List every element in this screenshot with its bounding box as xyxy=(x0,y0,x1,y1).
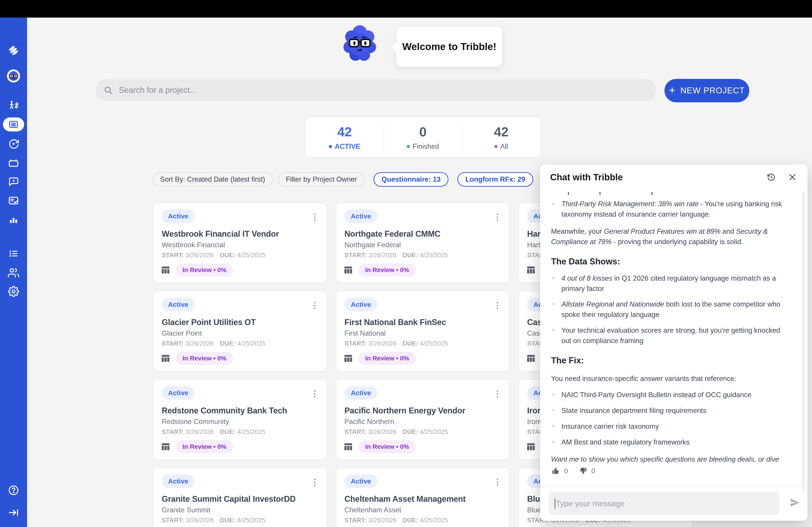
stat-dot-icon xyxy=(329,145,332,148)
chat-input-row xyxy=(540,485,808,521)
search-input[interactable] xyxy=(119,86,615,95)
chat-bullet-item: Allstate Regional and Nationwide both lo… xyxy=(551,299,790,320)
kebab-menu-icon[interactable] xyxy=(492,211,502,223)
chat-messages: Third-Party Risk Management: 38% win rat… xyxy=(551,191,790,463)
project-client: Cheltenham Asset xyxy=(345,506,501,514)
table-icon xyxy=(345,355,352,362)
table-icon xyxy=(527,443,535,450)
project-client: Pacific Northern xyxy=(345,418,501,426)
stat-finished[interactable]: 0Finished xyxy=(384,117,462,157)
project-card[interactable]: Active Granite Summit Capital InvestorDD… xyxy=(154,468,327,527)
kebab-menu-icon[interactable] xyxy=(310,476,320,488)
queue-list-icon[interactable] xyxy=(8,247,20,259)
chat-ai-icon[interactable] xyxy=(8,175,20,187)
status-badge: Active xyxy=(345,209,377,223)
sidebar: TK xyxy=(0,18,27,527)
settings-gear-icon[interactable] xyxy=(8,285,20,298)
chat-bullet-item: 4 out of 8 losses in Q1 2026 cited regul… xyxy=(551,273,790,294)
project-dates: START:3/26/2026DUE:4/25/2025 xyxy=(345,428,448,436)
progress-pill: In Review • 0% xyxy=(359,440,416,453)
stat-active[interactable]: 42ACTIVE xyxy=(305,117,384,157)
chat-bullet-item: Third-Party Risk Management: 38% win rat… xyxy=(551,199,790,220)
kebab-menu-icon[interactable] xyxy=(492,476,502,488)
message-feedback: 0 0 xyxy=(551,466,602,476)
stat-label: ACTIVE xyxy=(329,142,360,151)
thumbs-down-icon[interactable] xyxy=(578,466,588,476)
chat-section-heading: The Data Shows: xyxy=(551,255,790,268)
tray-calendar-icon[interactable] xyxy=(8,157,20,169)
table-icon xyxy=(527,355,535,362)
collapse-icon[interactable] xyxy=(8,507,20,519)
review-list-icon[interactable] xyxy=(8,195,20,207)
text-cursor xyxy=(555,498,555,509)
analytics-icon[interactable] xyxy=(8,214,20,226)
search-icon xyxy=(103,86,113,95)
status-badge: Active xyxy=(345,386,377,400)
status-badge: Active xyxy=(162,298,195,311)
chat-bullet-item: Insurance carrier risk taxonomy xyxy=(551,421,790,432)
chat-bullet-item: Your technical evaluation scores are str… xyxy=(551,325,790,346)
kebab-menu-icon[interactable] xyxy=(310,211,320,223)
send-icon[interactable] xyxy=(788,496,801,509)
tribble-mascot xyxy=(338,21,381,66)
status-badge: Active xyxy=(162,209,195,223)
project-card[interactable]: Active Cheltenham Asset Management Chelt… xyxy=(336,468,509,527)
project-card[interactable]: Active Glacier Point Utilities OT Glacie… xyxy=(154,291,327,371)
clipped-text-fragment xyxy=(551,191,790,196)
chat-paragraph: Meanwhile, your General Product Features… xyxy=(551,226,790,247)
project-card[interactable]: Active First National Bank FinSec First … xyxy=(336,291,509,371)
sidebar-item-projects-selected[interactable] xyxy=(3,118,24,132)
project-card[interactable]: Active Redstone Community Bank Tech Reds… xyxy=(154,380,327,460)
table-icon xyxy=(345,443,352,450)
project-card[interactable]: Active Pacific Northern Energy Vendor Pa… xyxy=(336,380,509,460)
kebab-menu-icon[interactable] xyxy=(492,299,502,312)
table-icon xyxy=(162,355,169,362)
handoff-icon[interactable] xyxy=(8,99,20,111)
new-project-button[interactable]: + NEW PROJECT xyxy=(665,79,749,102)
chat-title: Chat with Tribble xyxy=(550,172,755,182)
tribble-logo-icon[interactable] xyxy=(8,44,20,57)
project-client: Redstone Community xyxy=(162,418,318,426)
status-badge: Active xyxy=(345,475,377,488)
status-badge: Active xyxy=(345,298,377,311)
thumbs-up-icon[interactable] xyxy=(551,466,561,476)
progress-pill: In Review • 0% xyxy=(359,352,416,365)
kebab-menu-icon[interactable] xyxy=(310,388,320,400)
chat-history-icon[interactable] xyxy=(766,172,777,182)
kebab-menu-icon[interactable] xyxy=(492,388,502,400)
project-client: Glacier Point xyxy=(162,329,318,337)
project-card[interactable]: Active Northgate Federal CMMC Northgate … xyxy=(336,203,509,283)
filter-chip[interactable]: Questionnaire: 13 xyxy=(374,172,448,187)
filter-chip[interactable]: Longform RFx: 29 xyxy=(458,172,533,187)
chat-bullet-item: State insurance department filing requir… xyxy=(551,406,790,416)
help-icon[interactable] xyxy=(8,484,20,496)
stat-label: Finished xyxy=(407,142,439,151)
project-search[interactable] xyxy=(96,79,656,101)
project-dates: START:3/26/2026DUE:4/25/2025 xyxy=(162,517,265,524)
stat-dot-icon xyxy=(407,145,410,148)
project-title: Northgate Federal CMMC xyxy=(345,229,501,239)
sync-ai-icon[interactable] xyxy=(8,138,20,150)
chat-message-input[interactable] xyxy=(556,499,773,508)
table-icon xyxy=(527,267,535,274)
project-dates: START:3/26/2026DUE:4/25/2025 xyxy=(345,252,448,259)
welcome-text: Welcome to Tribble! xyxy=(402,41,496,52)
project-card[interactable]: Active Westbrook Financial IT Vendor Wes… xyxy=(154,203,327,283)
project-client: Westbrook Financial xyxy=(162,241,318,249)
project-client: First National xyxy=(345,329,501,337)
filter-chip[interactable]: Sort By: Created Date (latest first) xyxy=(153,172,273,187)
tribble-assistant-avatar[interactable] xyxy=(7,70,20,82)
chat-close-icon[interactable] xyxy=(787,172,798,182)
filter-chip[interactable]: Filter by Project Owner xyxy=(278,172,364,187)
team-icon[interactable] xyxy=(8,267,20,279)
stat-dot-icon xyxy=(494,145,497,148)
chat-scrollbar[interactable] xyxy=(802,191,805,491)
stat-all[interactable]: 42All xyxy=(462,117,540,157)
stat-label: All xyxy=(494,142,508,151)
chat-input[interactable] xyxy=(549,492,779,515)
project-title: Pacific Northern Energy Vendor xyxy=(345,406,501,416)
table-icon xyxy=(345,267,352,274)
kebab-menu-icon[interactable] xyxy=(310,299,320,312)
chat-panel: Chat with Tribble Third-Party Risk Manag… xyxy=(540,165,808,521)
project-title: Granite Summit Capital InvestorDD xyxy=(162,494,318,504)
